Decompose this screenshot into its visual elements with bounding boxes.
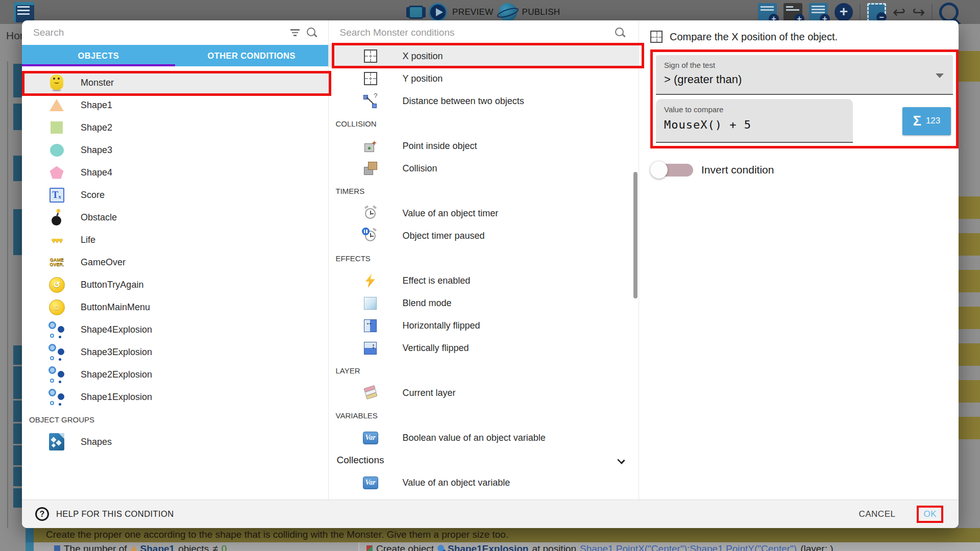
ok-button[interactable]: OK [923,509,937,519]
condition-row-distance[interactable]: ? Distance between two objects [329,90,639,112]
condition-row-timer-value[interactable]: Value of an object timer [329,202,639,224]
pentagon-icon [47,163,66,182]
text-object-icon: Tx [47,185,66,205]
sigma-icon: Σ [913,113,921,129]
background-event-block [13,64,22,97]
shape1-mini-icon [131,545,137,551]
section-header-layer: LAYER [329,359,639,382]
home-button-icon: ⌂ [47,297,66,317]
expression-editor-button[interactable]: Σ 123 [902,107,951,135]
condition-description-row: Compare the X position of the object. [650,31,959,43]
object-row-shape3explosion[interactable]: Shape3Explosion [22,341,328,363]
condition-parameters-panel: Compare the X position of the object. Si… [639,20,959,499]
condition-row-blend-mode[interactable]: Blend mode [329,292,639,314]
events-right-edge [959,24,980,551]
object-row-shape2[interactable]: Shape2 [22,116,328,139]
value-to-compare-input[interactable]: Value to compare MouseX() + 5 [656,99,853,143]
invert-condition-toggle[interactable] [650,161,697,179]
invert-condition-row: Invert condition [650,161,959,179]
screen: PREVIEW PUBLISH + + + + − ↩ ↪ Home [0,0,980,551]
preview-button: PREVIEW [452,7,494,17]
cancel-button[interactable]: CANCEL [859,509,895,519]
condition-row-flipped-h[interactable]: Horizontally flipped [329,314,639,337]
condition-row-variable-value[interactable]: Var Value of an object variable [329,471,639,494]
condition-row-point-inside[interactable]: + Point inside object [329,135,639,157]
position-icon [363,71,378,86]
lightning-icon [363,273,378,288]
particles-icon [47,320,66,339]
section-header-variables: VARIABLES [329,404,639,427]
search-icon [615,28,626,39]
collision-icon [363,161,378,176]
conditions-search-row [329,20,639,45]
object-row-monster[interactable]: Monster [22,71,328,94]
dropdown-arrow-icon [936,73,944,78]
condition-row-effect-enabled[interactable]: Effect is enabled [329,269,639,292]
choose-condition-dialog: OBJECTS OTHER CONDITIONS Monster Shape1 [22,20,959,528]
object-row-shape2explosion[interactable]: Shape2Explosion [22,363,328,386]
events-sheet-tab-icon [14,2,34,22]
toolbar-separator-2 [932,4,933,21]
tab-objects[interactable]: OBJECTS [22,45,175,66]
background-event-block [13,345,22,365]
parameters-highlight-box: Sign of the test > (greater than) Value … [650,49,959,148]
object-row-shape3[interactable]: Shape3 [22,139,328,161]
condition-row-y-position[interactable]: Y position [329,67,639,90]
object-row-buttontryagain[interactable]: ↺ ButtonTryAgain [22,273,328,296]
condition-icon [54,545,60,551]
conditions-scrollbar[interactable] [633,172,638,298]
search-events-icon [939,3,959,22]
condition-row-x-position[interactable]: X position [329,45,639,67]
object-row-shape4[interactable]: Shape4 [22,161,328,184]
events-tree-line [7,61,8,551]
variable-icon: Var [363,430,378,445]
background-event-block [13,400,22,422]
object-row-gameover[interactable]: GAMEOVER. GameOver [22,251,328,273]
toolbar-separator [860,4,861,21]
object-groups-header: OBJECT GROUPS [22,408,328,431]
condition-row-current-layer[interactable]: Current layer [329,382,639,404]
add-more-icon: + [835,3,853,21]
condition-row-boolean-variable[interactable]: Var Boolean value of an object variable [329,427,639,449]
monster-icon [47,73,66,92]
object-list: Monster Shape1 Shape2 Shape3 [22,66,328,453]
timer-paused-icon [363,228,378,243]
explosion-mini-icon [437,545,444,551]
sign-of-test-select[interactable]: Sign of the test > (greater than) [656,55,953,95]
condition-row-collision[interactable]: Collision [329,157,639,180]
game-over-icon: GAMEOVER. [47,253,66,272]
undo-icon: ↩ [893,3,905,21]
comment-text: Create the proper one according to the s… [34,528,980,542]
objects-panel: OBJECTS OTHER CONDITIONS Monster Shape1 [22,20,329,499]
flip-vertical-icon [363,340,378,356]
tab-other-conditions[interactable]: OTHER CONDITIONS [175,45,328,66]
objects-search-input[interactable] [22,20,328,45]
object-row-shape1explosion[interactable]: Shape1Explosion [22,386,328,408]
add-subevent-icon: + [783,3,802,22]
position-icon [650,31,663,43]
particles-icon [47,387,66,407]
conditions-search-input[interactable] [329,20,639,44]
object-row-life[interactable]: ♥♥♥ Life [22,229,328,251]
object-row-obstacle[interactable]: ✹ Obstacle [22,206,328,229]
layers-icon [363,385,378,400]
filter-icon[interactable] [290,29,300,36]
condition-row-flipped-v[interactable]: Vertically flipped [329,337,639,359]
help-button[interactable]: ? HELP FOR THIS CONDITION [35,507,174,521]
object-row-shape1[interactable]: Shape1 [22,94,328,116]
background-event-block [13,209,22,255]
condition-source-tabs: OBJECTS OTHER CONDITIONS [22,45,328,66]
object-row-shape4explosion[interactable]: Shape4Explosion [22,318,328,341]
collections-expander[interactable]: Collections [329,449,639,471]
background-event-block [13,488,22,508]
circle-icon [47,140,66,160]
group-row-shapes[interactable]: Shapes [22,431,328,453]
point-inside-icon: + [363,138,378,154]
object-row-score[interactable]: Tx Score [22,184,328,206]
object-row-buttonmainmenu[interactable]: ⌂ ButtonMainMenu [22,296,328,318]
delete-selection-icon: − [867,3,886,22]
background-event-block [13,366,22,399]
condition-row-timer-paused[interactable]: Object timer paused [329,224,639,247]
condition-description: Compare the X position of the object. [670,31,838,43]
add-event-icon: + [758,3,777,22]
